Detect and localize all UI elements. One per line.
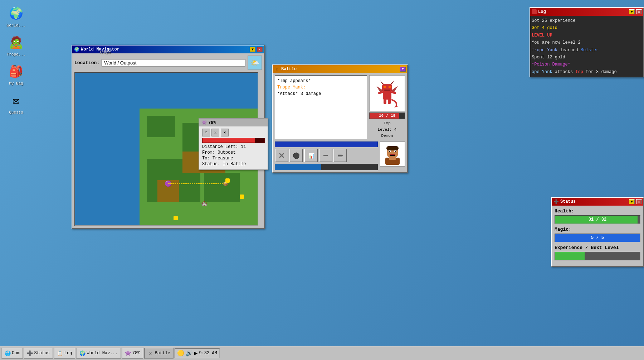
player-portrait	[380, 141, 405, 167]
waypoint-4	[174, 216, 178, 220]
waypoint-1	[225, 178, 230, 183]
svg-marker-3	[380, 80, 384, 84]
taskbar-world-nav-icon: 🌍	[79, 350, 85, 356]
waypoint-5	[240, 195, 244, 199]
log-line-3: LEVEL UP	[532, 32, 642, 39]
svg-rect-13	[388, 99, 391, 104]
svg-marker-4	[391, 80, 394, 84]
taskbar-item-status[interactable]: ➕ Status	[24, 348, 53, 359]
log-title: Log	[538, 9, 628, 14]
bag-desktop-icon[interactable]: 🎒 My Bag	[2, 62, 30, 87]
tracker-from: From: Outpost	[202, 150, 265, 155]
log-line-8: ope Yank attacks top for 3 damage	[532, 68, 642, 76]
tray-icon-2: 🔊	[186, 350, 193, 357]
taskbar-item-world-nav[interactable]: 🌍 World Nav...	[76, 348, 121, 359]
desktop: 🌍 World... 🧟 Trope... 🎒 My Bag ✉️ Quests…	[0, 0, 644, 360]
log-minimize-button[interactable]: ▼	[629, 9, 635, 14]
log-line-4: You are now level 2	[532, 39, 642, 46]
tracker-circle-icon[interactable]: ○	[202, 129, 210, 136]
svg-rect-24	[386, 146, 399, 150]
trope-desktop-icon[interactable]: 🧟 Trope...	[2, 33, 30, 58]
world-nav-icon: 🌍	[74, 47, 79, 52]
player-status-fill	[275, 164, 321, 170]
battle-main-area: *Imp appears* Trope Yank: *Attack* 3 dam…	[275, 75, 405, 139]
action-btn-special[interactable]	[333, 149, 347, 162]
quests-icon: ✉️	[8, 92, 25, 109]
tracker-icons: ○ ⚔ ✖	[202, 129, 265, 136]
battle-purple-btn[interactable]: ▼	[400, 67, 406, 72]
tracker-hp-bar	[203, 138, 255, 143]
defend-icon	[293, 152, 300, 159]
taskbar-78pct-icon: 👾	[125, 350, 131, 356]
tracker-status: Status: In Battle	[202, 162, 265, 167]
tracker-x-icon[interactable]: ✖	[221, 129, 229, 136]
battle-content: *Imp appears* Trope Yank: *Attack* 3 dam…	[273, 73, 407, 172]
status-titlebar[interactable]: ➕ Status ▼ ✕	[552, 198, 643, 206]
location-weather-icon: 🌤️	[248, 56, 262, 70]
tracker-distance: Distance Left: 11	[202, 144, 265, 149]
action-buttons: 📊	[275, 149, 378, 162]
log-line-1: Got 25 experience	[532, 17, 642, 24]
taskbar-item-com[interactable]: 🌐 Com	[1, 348, 23, 359]
tracker-status-label: Status:	[202, 162, 220, 167]
action-btn-cancel[interactable]	[319, 149, 332, 162]
map-land-dark1	[147, 116, 175, 137]
world-icon-label: World...	[7, 23, 26, 28]
svg-rect-5	[384, 86, 386, 88]
log-close-button[interactable]: ✕	[636, 9, 642, 14]
taskbar-item-78pct[interactable]: 👾 78%	[122, 348, 143, 359]
battle-titlebar[interactable]: ⚔️ Battle ▼	[273, 65, 407, 73]
special-icon	[337, 152, 344, 159]
enemy-level: Level: 4	[369, 127, 405, 133]
log-titlebar[interactable]: Log ▼ ✕	[530, 8, 643, 16]
world-nav-minimize-button[interactable]: ▼	[250, 47, 255, 52]
magic-label: Magic:	[555, 227, 640, 232]
taskbar: 🌐 Com ➕ Status 📋 Log 🌍 World Nav... 👾 78…	[0, 346, 644, 360]
log-content: Got 25 experience Got 4 gold LEVEL UP Yo…	[530, 16, 643, 77]
enemy-hp-bar: 16 / 19	[369, 112, 405, 119]
world-nav-close-button[interactable]: ✕	[257, 47, 263, 52]
battle-enemy-panel: 16 / 19 Imp Level: 4 Demon	[369, 75, 405, 139]
health-label: Health:	[555, 208, 640, 214]
svg-marker-14	[394, 106, 398, 107]
svg-line-22	[342, 155, 343, 156]
taskbar-item-battle[interactable]: ⚔️ Battle	[144, 348, 173, 359]
magic-bar-text: 5 / 5	[555, 235, 640, 240]
log-line-6: Spent 12 gold	[532, 54, 642, 61]
location-input[interactable]	[102, 59, 245, 67]
trope-sidebar-label: Trope	[99, 50, 111, 54]
status-minimize-button[interactable]: ▼	[629, 199, 635, 204]
action-btn-defend[interactable]	[289, 149, 303, 162]
battle-title: Battle	[281, 67, 399, 72]
taskbar-log-icon: 📋	[57, 350, 63, 356]
exp-bar	[555, 252, 585, 260]
svg-text:📊: 📊	[308, 153, 314, 159]
imp-svg	[373, 79, 401, 107]
tracker-cross-icon[interactable]: ⚔	[211, 129, 219, 136]
taskbar-item-log[interactable]: 📋 Log	[54, 348, 75, 359]
action-btn-magic[interactable]: 📊	[304, 149, 318, 162]
svg-rect-32	[389, 157, 396, 160]
status-close-button[interactable]: ✕	[636, 199, 642, 204]
action-btn-flee[interactable]	[275, 149, 288, 162]
cancel-icon	[322, 152, 329, 159]
tracker-distance-value: 11	[241, 144, 246, 149]
enemy-sprite	[369, 75, 405, 111]
trope-icon-label: Trope...	[7, 52, 26, 57]
player-status-bar	[275, 164, 378, 170]
taskbar-status-label: Status	[34, 351, 50, 356]
battle-log-line-2: Trope Yank:	[277, 84, 365, 91]
tracker-to-label: To:	[202, 156, 210, 161]
quests-desktop-icon[interactable]: ✉️ Quests	[2, 91, 30, 116]
bag-icon-label: My Bag	[9, 81, 23, 86]
log-line-2: Got 4 gold	[532, 24, 642, 32]
world-desktop-icon[interactable]: 🌍 World...	[2, 4, 30, 29]
log-titlebar-icon	[532, 9, 537, 14]
battle-inner: *Imp appears* Trope Yank: *Attack* 3 dam…	[275, 75, 405, 170]
tray-icon-1: 🟡	[177, 350, 184, 357]
tracker-to-value: Treasure	[213, 156, 233, 161]
battle-window: ⚔️ Battle ▼ *Imp appears* Trope Yank: *A…	[272, 64, 408, 173]
battle-log: *Imp appears* Trope Yank: *Attack* 3 dam…	[275, 75, 367, 139]
svg-rect-27	[389, 151, 390, 152]
enemy-hp-text: 16 / 19	[370, 114, 405, 118]
